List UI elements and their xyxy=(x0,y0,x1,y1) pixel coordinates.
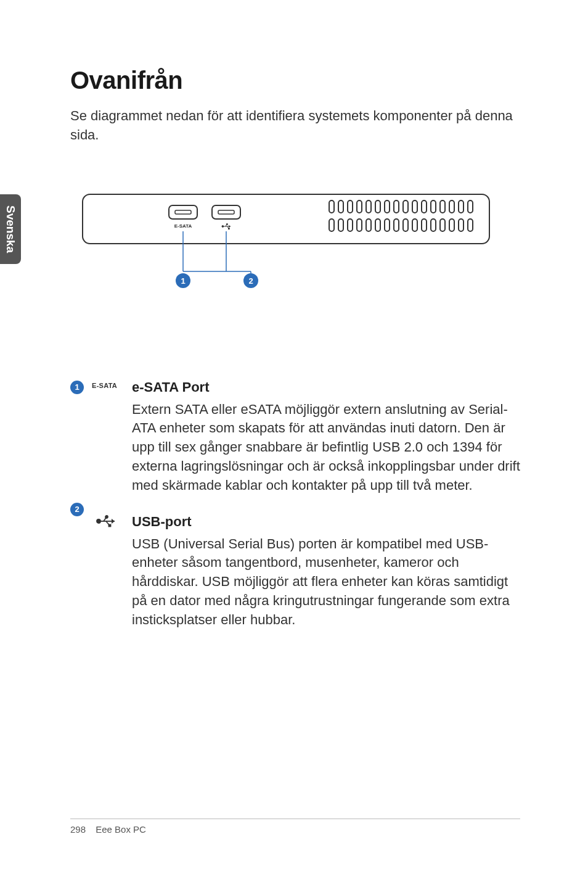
svg-rect-12 xyxy=(338,200,343,213)
svg-rect-17 xyxy=(385,200,390,213)
svg-rect-40 xyxy=(449,219,454,231)
svg-rect-18 xyxy=(394,200,399,213)
vent-holes xyxy=(329,200,473,231)
svg-rect-39 xyxy=(440,219,445,231)
svg-rect-27 xyxy=(329,219,334,231)
callout-1-num: 1 xyxy=(181,276,185,286)
svg-rect-3 xyxy=(212,205,240,219)
svg-rect-0 xyxy=(83,194,489,244)
svg-rect-34 xyxy=(394,219,399,231)
svg-rect-33 xyxy=(385,219,390,231)
usb-icon xyxy=(96,515,118,530)
svg-rect-14 xyxy=(357,200,362,213)
svg-point-5 xyxy=(222,225,224,227)
svg-point-9 xyxy=(226,223,227,225)
svg-rect-30 xyxy=(357,219,362,231)
esata-port-label: E-SATA xyxy=(174,223,192,229)
svg-rect-35 xyxy=(403,219,408,231)
item-1-desc: Extern SATA eller eSATA möjliggör extern… xyxy=(132,400,520,495)
top-view-diagram: E-SATA xyxy=(70,188,520,299)
svg-rect-31 xyxy=(366,219,371,231)
page-footer: 298 Eee Box PC xyxy=(70,819,520,835)
svg-rect-32 xyxy=(375,219,380,231)
svg-rect-1 xyxy=(169,205,197,219)
svg-rect-10 xyxy=(229,228,230,229)
item-2-desc: USB (Universal Serial Bus) porten är kom… xyxy=(132,535,520,630)
page-title: Ovanifrån xyxy=(70,67,520,94)
svg-rect-25 xyxy=(459,200,463,213)
svg-rect-38 xyxy=(431,219,436,231)
item-2-badge: 2 xyxy=(70,503,84,516)
svg-rect-13 xyxy=(348,200,353,213)
svg-rect-21 xyxy=(422,200,427,213)
svg-rect-22 xyxy=(431,200,436,213)
esata-icon-label: E-SATA xyxy=(92,382,117,389)
svg-rect-4 xyxy=(218,210,234,214)
svg-rect-19 xyxy=(403,200,408,213)
svg-point-51 xyxy=(105,516,108,518)
svg-rect-20 xyxy=(412,200,417,213)
svg-rect-28 xyxy=(338,219,343,231)
item-1-title: e-SATA Port xyxy=(132,379,520,395)
item-1: 1 E-SATA e-SATA Port Extern SATA eller e… xyxy=(70,379,520,495)
product-name: Eee Box PC xyxy=(96,824,146,835)
item-2-title: USB-port xyxy=(132,514,520,530)
svg-rect-41 xyxy=(459,219,463,231)
svg-rect-24 xyxy=(449,200,454,213)
item-1-badge: 1 xyxy=(70,381,84,394)
item-2: 2 USB-port USB (Universal Serial xyxy=(70,514,520,630)
page-number: 298 xyxy=(70,824,86,835)
language-tab: Svenska xyxy=(0,194,21,264)
svg-rect-15 xyxy=(366,200,371,213)
svg-rect-16 xyxy=(375,200,380,213)
esata-port-graphic: E-SATA xyxy=(169,205,197,229)
svg-point-48 xyxy=(97,519,100,523)
svg-rect-37 xyxy=(422,219,427,231)
svg-rect-29 xyxy=(348,219,353,231)
svg-rect-23 xyxy=(440,200,445,213)
items-list: 1 E-SATA e-SATA Port Extern SATA eller e… xyxy=(70,379,520,630)
main-content: Ovanifrån Se diagrammet nedan för att id… xyxy=(70,67,520,648)
svg-rect-42 xyxy=(468,219,473,231)
usb-port-graphic xyxy=(212,205,240,229)
svg-rect-11 xyxy=(329,200,334,213)
svg-rect-2 xyxy=(175,210,191,214)
intro-text: Se diagrammet nedan för att identifiera … xyxy=(70,107,520,145)
svg-rect-36 xyxy=(412,219,417,231)
callout-2-num: 2 xyxy=(248,276,253,286)
svg-rect-26 xyxy=(468,200,473,213)
svg-rect-53 xyxy=(109,524,111,526)
